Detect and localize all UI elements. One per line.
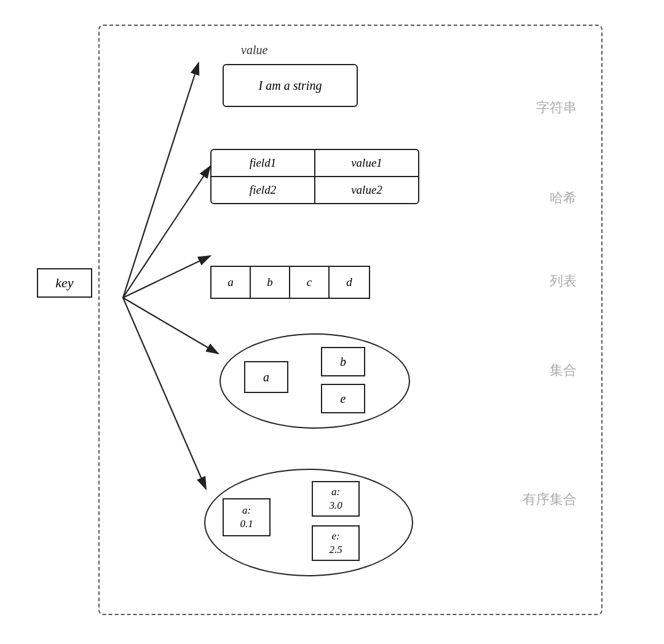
label-hash: 哈希 — [550, 189, 577, 208]
hash-field-1: field1 — [211, 150, 315, 176]
label-string: 字符串 — [536, 98, 577, 117]
list-item-1: b — [251, 267, 290, 298]
set-item-b: b — [321, 347, 365, 376]
label-list: 列表 — [550, 272, 577, 291]
zset-item-e: e:2.5 — [312, 525, 360, 561]
hash-row-2: field2 value2 — [211, 177, 418, 203]
label-zset: 有序集合 — [523, 490, 577, 509]
zset-item-a: a:0.1 — [223, 498, 271, 536]
key-box: key — [37, 268, 92, 298]
label-set: 集合 — [550, 361, 577, 380]
hash-value-2: value2 — [315, 177, 418, 203]
hash-row-1: field1 value1 — [211, 150, 418, 177]
list-container: a b c d — [210, 266, 370, 299]
hash-field-2: field2 — [211, 177, 315, 203]
zset-container: a:0.1 a:3.0 e:2.5 — [204, 469, 413, 579]
list-item-3: d — [330, 267, 369, 298]
set-item-a: a — [244, 361, 288, 393]
set-container: a b e — [219, 333, 410, 432]
hash-container: field1 value1 field2 value2 — [210, 149, 419, 204]
list-item-2: c — [290, 267, 330, 298]
string-box: I am a string — [223, 64, 358, 107]
zset-item-b: a:3.0 — [312, 481, 360, 517]
hash-value-1: value1 — [315, 150, 418, 176]
set-item-e: e — [321, 384, 365, 413]
value-label: value — [241, 43, 267, 57]
main-container: value I am a string 字符串 field1 value1 fi… — [98, 25, 603, 615]
list-item-0: a — [211, 267, 251, 298]
